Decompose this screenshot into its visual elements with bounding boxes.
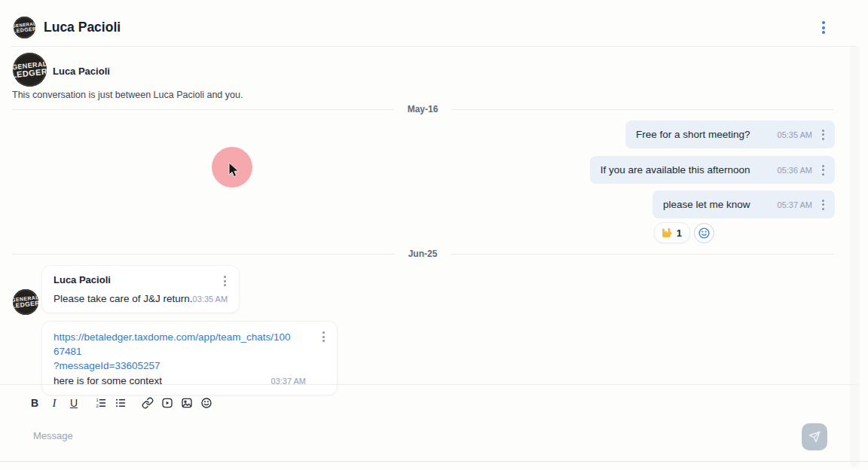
- conversation-note: This conversation is just between Luca P…: [12, 90, 243, 100]
- composer-toolbar: B I U 1 2: [29, 395, 212, 411]
- link-text: https://betaledger.taxdome.com/app/team_…: [53, 331, 290, 357]
- svg-text:1: 1: [96, 398, 98, 402]
- chat-menu-kebab-icon[interactable]: [821, 20, 827, 35]
- italic-button[interactable]: I: [48, 395, 60, 411]
- bottom-divider: [0, 461, 868, 462]
- chat-header: GENERAL LEDGER Luca Pacioli: [0, 0, 868, 47]
- message-menu-kebab-icon[interactable]: [222, 274, 228, 288]
- link-icon[interactable]: [142, 395, 154, 411]
- bold-button[interactable]: B: [29, 395, 41, 411]
- sender-name: Luca Pacioli: [53, 274, 111, 285]
- avatar: GENERAL LEDGER: [13, 289, 38, 315]
- message-time: 05:35 AM: [778, 130, 812, 139]
- send-button[interactable]: [802, 423, 827, 450]
- date-divider: Jun-25: [12, 249, 833, 259]
- divider-line: [451, 109, 833, 110]
- outgoing-message: If you are available this afternoon 05:3…: [590, 156, 835, 184]
- message-time: 03:35 AM: [193, 295, 228, 304]
- smiley-icon: [698, 227, 711, 240]
- header-divider: [11, 46, 856, 47]
- date-label: Jun-25: [408, 249, 438, 259]
- message-time: 05:36 AM: [778, 166, 812, 175]
- underline-button[interactable]: U: [68, 395, 80, 411]
- reaction-count: 1: [677, 227, 682, 239]
- emoji-icon[interactable]: [200, 395, 212, 411]
- message-time: 05:37 AM: [778, 200, 812, 209]
- message-menu-kebab-icon[interactable]: [821, 163, 826, 177]
- unordered-list-icon[interactable]: [115, 395, 127, 411]
- image-icon[interactable]: [181, 395, 193, 411]
- message-link[interactable]: https://betaledger.taxdome.com/app/team_…: [53, 330, 326, 373]
- reaction-row: 1: [654, 222, 714, 243]
- date-label: May-16: [408, 104, 439, 114]
- outgoing-message: Free for a short meeting? 05:35 AM: [625, 121, 835, 148]
- avatar: GENERAL LEDGER: [14, 17, 35, 38]
- divider-line: [12, 254, 395, 255]
- message-input[interactable]: [33, 426, 756, 444]
- video-icon[interactable]: [161, 395, 173, 411]
- participant-name: Luca Pacioli: [53, 66, 110, 77]
- add-reaction-button[interactable]: [694, 223, 714, 243]
- message-text: Please take care of J&J return.: [53, 293, 193, 304]
- divider-line: [451, 254, 833, 255]
- message-text: Free for a short meeting?: [636, 129, 750, 140]
- avatar-text: LEDGER: [13, 300, 38, 309]
- svg-text:2: 2: [96, 404, 98, 408]
- chat-title: Luca Pacioli: [44, 20, 121, 35]
- divider-line: [12, 109, 394, 110]
- ordered-list-icon[interactable]: 1 2: [95, 395, 107, 411]
- message-text: If you are available this afternoon: [601, 164, 750, 175]
- mouse-cursor-icon: [228, 162, 241, 179]
- message-menu-kebab-icon[interactable]: [321, 330, 326, 343]
- paper-plane-icon: [808, 431, 821, 443]
- message-text: please let me know: [663, 199, 750, 210]
- composer-divider: [0, 384, 857, 385]
- date-divider: May-16: [12, 104, 833, 114]
- outgoing-message: please let me know 05:37 AM: [653, 191, 835, 218]
- reaction-chip[interactable]: 1: [654, 222, 690, 243]
- scrollbar[interactable]: [850, 2, 860, 467]
- message-menu-kebab-icon[interactable]: [821, 198, 826, 212]
- team-chat-window: GENERAL LEDGER Luca Pacioli GENERAL LEDG…: [0, 0, 868, 470]
- message-menu-kebab-icon[interactable]: [821, 128, 826, 142]
- link-text: ?messageId=33605257: [53, 360, 160, 371]
- love-you-gesture-icon: [661, 227, 672, 239]
- incoming-message: Luca Pacioli Please take care of J&J ret…: [41, 265, 240, 313]
- avatar: GENERAL LEDGER: [13, 53, 47, 87]
